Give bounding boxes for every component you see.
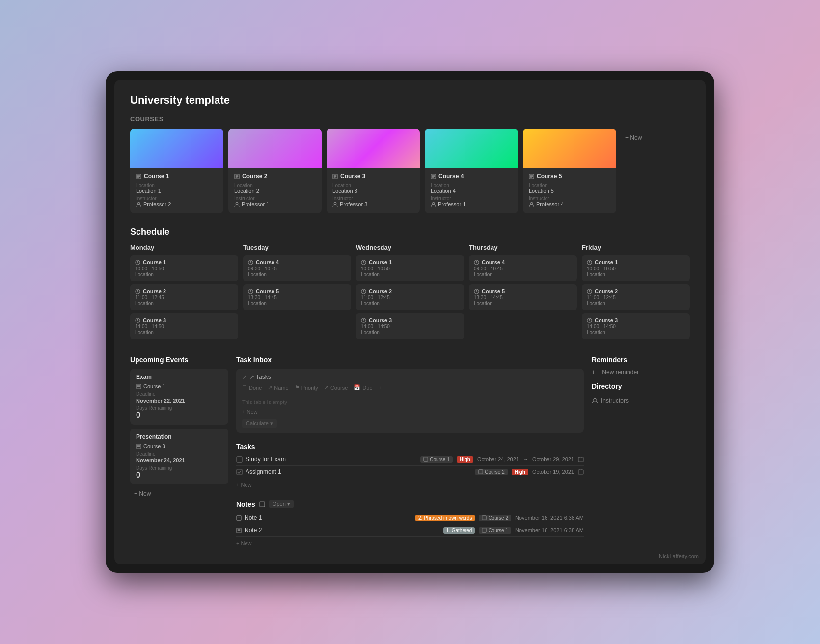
svg-rect-80 bbox=[260, 502, 265, 507]
svg-line-54 bbox=[477, 291, 478, 292]
event-exam: Exam Course 1 Deadline November 22, 2021… bbox=[130, 369, 228, 425]
person-icon bbox=[332, 202, 338, 207]
device-frame: University template Courses Course 1 Loc… bbox=[106, 71, 714, 573]
svg-line-45 bbox=[364, 291, 365, 292]
note-2-course: Course 1 bbox=[479, 527, 511, 534]
schedule-thursday: Thursday Course 4 09:30 - 10:45 Location bbox=[469, 244, 577, 342]
person-icon bbox=[234, 202, 240, 207]
course-1-body: Course 1 Location Location 1 Instructor … bbox=[130, 168, 223, 213]
notes-header: Notes Open ▾ bbox=[236, 500, 584, 508]
clock-icon bbox=[248, 289, 253, 294]
courses-new-button[interactable]: + New bbox=[621, 133, 646, 143]
course-5-thumb bbox=[523, 129, 616, 168]
directory-instructors-link[interactable]: Instructors bbox=[592, 395, 690, 406]
course-1-thumb bbox=[130, 129, 223, 168]
svg-rect-72 bbox=[578, 457, 583, 462]
svg-line-27 bbox=[138, 262, 139, 263]
tasks-new-button[interactable]: + New bbox=[236, 480, 584, 490]
note-1-left: Note 1 bbox=[236, 514, 262, 521]
watermark: NickLafferty.com bbox=[659, 553, 699, 559]
task-1-course-badge: Course 1 bbox=[420, 456, 453, 463]
svg-line-51 bbox=[477, 262, 478, 263]
page-icon bbox=[136, 384, 141, 389]
thursday-label: Thursday bbox=[469, 244, 577, 251]
page-icon bbox=[431, 174, 436, 179]
task-row-2: Assignment 1 Course 2 High October 19, 2… bbox=[236, 466, 584, 478]
svg-rect-70 bbox=[237, 456, 242, 462]
upcoming-events-heading: Upcoming Events bbox=[130, 356, 228, 364]
screen: University template Courses Course 1 Loc… bbox=[114, 80, 706, 564]
note-2-right: 1. Gathered Course 1 November 16, 2021 6… bbox=[443, 527, 584, 534]
clock-icon bbox=[587, 260, 592, 265]
tuesday-label: Tuesday bbox=[243, 244, 351, 251]
calculate-button[interactable]: Calculate ▾ bbox=[242, 419, 277, 428]
upcoming-events-section: Upcoming Events Exam Course 1 Deadline N… bbox=[130, 356, 228, 548]
task-2-left: Assignment 1 bbox=[236, 468, 281, 475]
add-col-btn[interactable]: + bbox=[379, 384, 382, 391]
note-1-course: Course 2 bbox=[479, 515, 511, 521]
page-icon bbox=[529, 174, 534, 179]
note-2-left: Note 2 bbox=[236, 527, 262, 534]
schedule-grid: Monday Course 1 10:00 - 10:50 Location bbox=[130, 244, 690, 342]
plus-icon: + bbox=[592, 369, 595, 376]
course-3-body: Course 3 Location Location 3 Instructor … bbox=[327, 168, 420, 213]
svg-line-36 bbox=[251, 262, 252, 263]
svg-rect-75 bbox=[237, 469, 242, 474]
professor-5: Professor 4 bbox=[529, 201, 610, 207]
professor-3: Professor 3 bbox=[332, 201, 414, 207]
course-3-title: Course 3 bbox=[332, 173, 414, 180]
task-row-1: Study for Exam Course 1 High October 24,… bbox=[236, 454, 584, 466]
table-headers: ☐ Done ↗ Name ⚑ Priority bbox=[242, 384, 578, 394]
tasks-heading: Tasks bbox=[236, 443, 255, 451]
page-icon bbox=[136, 174, 141, 179]
clock-icon bbox=[474, 260, 479, 265]
person-icon bbox=[592, 398, 598, 404]
svg-rect-76 bbox=[479, 470, 483, 474]
svg-rect-84 bbox=[482, 516, 486, 520]
tasks-sub-label: ↗ ↗ Tasks bbox=[242, 374, 578, 380]
col-priority: ⚑ Priority bbox=[295, 384, 318, 391]
calendar-icon: 📅 bbox=[354, 384, 360, 391]
page-icon-sm bbox=[482, 528, 487, 533]
friday-slot-2: Course 2 11:00 - 12:45 Location bbox=[582, 284, 690, 310]
svg-line-57 bbox=[590, 262, 591, 263]
course-card-1[interactable]: Course 1 Location Location 1 Instructor … bbox=[130, 129, 223, 213]
right-column: Reminders + + New reminder Directory Ins… bbox=[592, 356, 690, 548]
course-card-3[interactable]: Course 3 Location Location 3 Instructor … bbox=[327, 129, 420, 213]
clock-icon bbox=[135, 260, 140, 265]
svg-line-30 bbox=[138, 291, 139, 292]
course-card-2[interactable]: Course 2 Location Location 2 Instructor … bbox=[228, 129, 322, 213]
clock-icon bbox=[474, 289, 479, 294]
course-2-title: Course 2 bbox=[234, 173, 316, 180]
tasks-section: Tasks Study for Exam Course 1 bbox=[236, 443, 584, 490]
new-reminder-button[interactable]: + + New reminder bbox=[592, 369, 690, 376]
course-2-thumb bbox=[228, 129, 322, 168]
page-icon bbox=[236, 528, 242, 533]
calendar-sm-icon bbox=[578, 456, 584, 462]
friday-slot-3: Course 3 14:00 - 14:50 Location bbox=[582, 313, 690, 339]
notes-open-button[interactable]: Open ▾ bbox=[269, 500, 294, 508]
page-title: University template bbox=[130, 94, 690, 107]
event-exam-type: Exam bbox=[136, 374, 222, 380]
svg-line-42 bbox=[364, 262, 365, 263]
task-1-left: Study for Exam bbox=[236, 456, 286, 463]
professor-1: Professor 2 bbox=[136, 201, 218, 207]
courses-section-label: Courses bbox=[130, 115, 690, 123]
checkbox-icon bbox=[236, 456, 243, 463]
course-4-thumb bbox=[425, 129, 518, 168]
svg-line-48 bbox=[364, 320, 365, 321]
note-1-badge: 2. Phrased in own words bbox=[415, 515, 475, 521]
svg-rect-71 bbox=[424, 457, 428, 461]
upcoming-events-new-button[interactable]: + New bbox=[130, 488, 228, 499]
notes-new-button[interactable]: + New bbox=[236, 538, 584, 548]
col-name: ↗ Name bbox=[268, 384, 288, 391]
clock-icon bbox=[587, 289, 592, 294]
tuesday-slot-2: Course 5 13:30 - 14:45 Location bbox=[243, 284, 351, 310]
arrow-icon: ↗ bbox=[324, 384, 328, 391]
reminders-heading: Reminders bbox=[592, 356, 690, 364]
task-inbox-new-button[interactable]: + New bbox=[242, 407, 578, 417]
course-card-5[interactable]: Course 5 Location Location 5 Instructor … bbox=[523, 129, 616, 213]
task-1-right: Course 1 High October 24, 2021 → October… bbox=[420, 456, 584, 463]
course-card-4[interactable]: Course 4 Location Location 4 Instructor … bbox=[425, 129, 518, 213]
task-2-priority-badge: High bbox=[512, 469, 528, 475]
